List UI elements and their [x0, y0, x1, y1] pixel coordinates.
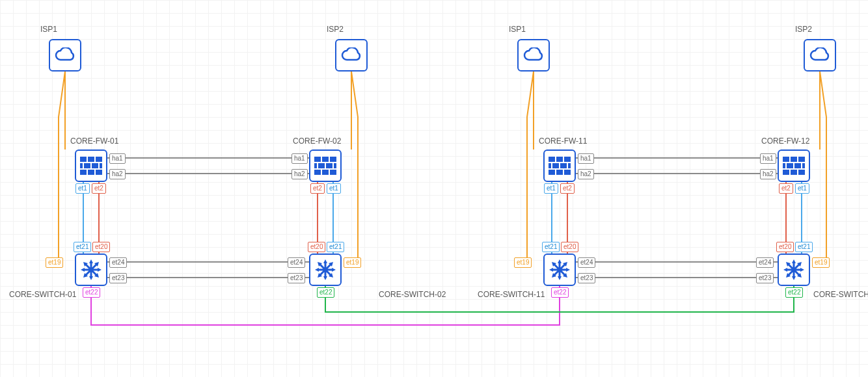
svg-rect-49 [789, 157, 791, 162]
svg-rect-45 [563, 170, 564, 175]
port-et20[interactable]: et20 [561, 242, 578, 252]
svg-rect-41 [559, 163, 560, 168]
port-et24[interactable]: et24 [109, 257, 127, 268]
svg-marker-67 [800, 268, 804, 272]
svg-marker-31 [332, 268, 336, 272]
svg-marker-21 [89, 276, 93, 280]
svg-rect-3 [87, 157, 88, 162]
port-et23[interactable]: et23 [578, 273, 595, 283]
port-et22[interactable]: et22 [551, 287, 569, 298]
switch-node-sw11[interactable] [543, 254, 576, 286]
cloud-node-isp2-b[interactable] [804, 39, 836, 72]
port-et20[interactable]: et20 [92, 242, 110, 252]
svg-marker-22 [81, 268, 85, 272]
port-et1[interactable]: et1 [327, 183, 341, 194]
svg-marker-29 [323, 276, 327, 280]
port-et2[interactable]: et2 [310, 183, 325, 194]
port-et1[interactable]: et1 [544, 183, 558, 194]
switch-node-sw02[interactable] [309, 254, 342, 286]
diagram-canvas[interactable]: ISP1 ISP2 CORE-FW-01 ha1 ha2 et1 et2 COR… [0, 0, 868, 377]
isp-label: ISP1 [40, 25, 57, 34]
port-et1[interactable]: et1 [75, 183, 90, 194]
firewall-node-fw12[interactable] [778, 150, 810, 182]
cloud-icon [522, 47, 545, 63]
port-et2[interactable]: et2 [779, 183, 793, 194]
svg-marker-58 [549, 268, 553, 272]
firewall-icon [549, 157, 571, 175]
port-ha1[interactable]: ha1 [578, 153, 594, 164]
svg-rect-11 [314, 162, 336, 163]
svg-rect-19 [329, 170, 330, 175]
port-et19[interactable]: et19 [46, 257, 63, 268]
switch-icon [314, 259, 336, 281]
port-ha1[interactable]: ha1 [109, 153, 126, 164]
svg-rect-37 [549, 162, 571, 163]
switch-icon [783, 259, 805, 281]
port-et21[interactable]: et21 [327, 242, 344, 252]
port-et21[interactable]: et21 [542, 242, 560, 252]
port-et20[interactable]: et20 [776, 242, 794, 252]
port-et2[interactable]: et2 [560, 183, 575, 194]
fw-label: CORE-FW-02 [293, 136, 341, 146]
port-et1[interactable]: et1 [795, 183, 809, 194]
cloud-icon [809, 47, 831, 63]
cloud-node-isp1-b[interactable] [517, 39, 550, 72]
port-et19[interactable]: et19 [344, 257, 361, 268]
svg-rect-5 [90, 163, 92, 168]
svg-marker-59 [566, 268, 570, 272]
port-et2[interactable]: et2 [92, 183, 106, 194]
port-et19[interactable]: et19 [812, 257, 830, 268]
svg-rect-54 [789, 170, 791, 175]
svg-marker-57 [558, 276, 562, 280]
port-et23[interactable]: et23 [756, 273, 774, 283]
svg-marker-28 [323, 259, 327, 263]
firewall-node-fw02[interactable] [309, 150, 342, 182]
port-ha2[interactable]: ha2 [760, 169, 776, 179]
port-et24[interactable]: et24 [288, 257, 305, 268]
svg-rect-55 [797, 170, 798, 175]
port-et22[interactable]: et22 [83, 287, 100, 298]
port-et21[interactable]: et21 [74, 242, 91, 252]
port-et24[interactable]: et24 [756, 257, 774, 268]
port-et20[interactable]: et20 [308, 242, 325, 252]
switch-node-sw12[interactable] [778, 254, 810, 286]
svg-rect-7 [98, 163, 100, 168]
port-et21[interactable]: et21 [795, 242, 813, 252]
cloud-icon [340, 47, 362, 63]
svg-rect-47 [783, 162, 805, 163]
fw-label: CORE-FW-01 [70, 136, 118, 146]
svg-rect-44 [555, 170, 556, 175]
cloud-node-isp2-a[interactable] [335, 39, 368, 72]
svg-marker-65 [792, 276, 796, 280]
port-et19[interactable]: et19 [514, 257, 532, 268]
firewall-node-fw01[interactable] [75, 150, 107, 182]
port-et24[interactable]: et24 [578, 257, 595, 268]
port-ha2[interactable]: ha2 [292, 169, 308, 179]
svg-marker-20 [89, 259, 93, 263]
svg-rect-8 [87, 170, 88, 175]
port-et22[interactable]: et22 [785, 287, 803, 298]
cloud-node-isp1-a[interactable] [49, 39, 81, 72]
firewall-node-fw11[interactable] [543, 150, 576, 182]
svg-rect-50 [797, 157, 798, 162]
svg-marker-30 [315, 268, 319, 272]
svg-rect-43 [567, 163, 568, 168]
svg-rect-9 [94, 170, 96, 175]
svg-rect-42 [551, 163, 552, 168]
sw-label: CORE-SWITCH-02 [379, 290, 446, 299]
port-ha2[interactable]: ha2 [109, 169, 126, 179]
svg-rect-13 [321, 157, 322, 162]
port-et23[interactable]: et23 [109, 273, 127, 283]
svg-rect-38 [549, 168, 571, 170]
port-et23[interactable]: et23 [288, 273, 305, 283]
svg-rect-39 [555, 157, 556, 162]
port-ha1[interactable]: ha1 [292, 153, 308, 164]
switch-node-sw01[interactable] [75, 254, 107, 286]
isp-label: ISP2 [795, 25, 812, 34]
svg-rect-1 [80, 162, 102, 163]
port-et22[interactable]: et22 [317, 287, 334, 298]
port-ha2[interactable]: ha2 [578, 169, 594, 179]
port-ha1[interactable]: ha1 [760, 153, 776, 164]
isp-label: ISP2 [327, 25, 344, 34]
firewall-icon [80, 157, 102, 175]
